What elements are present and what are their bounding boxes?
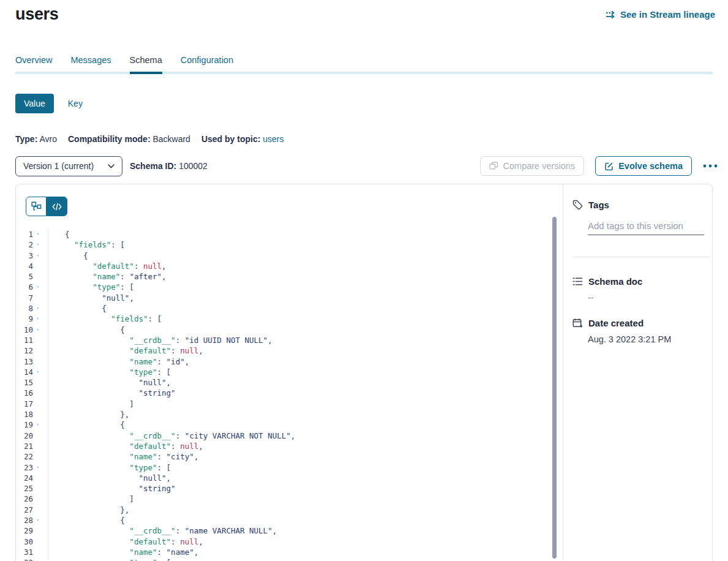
code-view-button[interactable] — [47, 197, 67, 216]
date-created-title: Date created — [588, 318, 644, 328]
line-number: 17 — [16, 399, 33, 409]
code-text: "__crdb__": "city VARCHAR NOT NULL", — [48, 431, 295, 441]
code-line: 2▾ "fields": [ — [16, 239, 563, 250]
code-text: { — [48, 420, 125, 430]
code-text: "null", — [48, 473, 171, 483]
code-line: 26 ] — [16, 494, 563, 504]
code-text: "name": "city", — [48, 451, 198, 462]
code-line: 30 "default": null, — [16, 537, 563, 547]
ellipsis-icon — [703, 164, 718, 168]
evolve-schema-label: Evolve schema — [618, 161, 683, 171]
line-number: 26 — [16, 494, 33, 504]
fold-spacer — [33, 377, 48, 388]
line-number: 10 — [16, 325, 33, 335]
line-number: 29 — [16, 525, 33, 536]
fold-toggle-icon[interactable]: ▾ — [33, 239, 48, 250]
line-number: 11 — [16, 335, 33, 345]
line-number: 24 — [16, 473, 33, 483]
line-number: 15 — [16, 377, 33, 388]
code-line: 6▾ "type": [ — [16, 282, 563, 292]
code-text: "type": [ — [48, 557, 171, 561]
version-select[interactable]: Version 1 (current) — [15, 156, 122, 176]
fold-toggle-icon[interactable]: ▾ — [33, 282, 48, 292]
more-options-button[interactable] — [703, 164, 718, 168]
code-text: ] — [48, 494, 134, 504]
code-text: }, — [48, 505, 129, 515]
schema-code-region: 1▾{2▾ "fields": [3▾ {4 "default": null,5… — [16, 184, 563, 561]
schema-view-toggle — [26, 197, 67, 216]
evolve-schema-button[interactable]: Evolve schema — [595, 156, 692, 176]
schema-panel: 1▾{2▾ "fields": [3▾ {4 "default": null,5… — [15, 184, 713, 561]
fold-spacer — [33, 399, 48, 409]
line-number: 22 — [16, 451, 33, 462]
schema-type: Type: Avro — [15, 134, 57, 144]
line-number: 23 — [16, 462, 33, 473]
fold-toggle-icon[interactable]: ▾ — [33, 515, 48, 525]
fold-toggle-icon[interactable]: ▾ — [33, 420, 48, 430]
add-tags-input[interactable] — [588, 220, 704, 235]
see-in-stream-lineage-link[interactable]: See in Stream lineage — [606, 9, 715, 20]
code-line: 8▾ { — [16, 303, 563, 314]
fold-toggle-icon[interactable]: ▾ — [33, 229, 48, 239]
code-editor[interactable]: 1▾{2▾ "fields": [3▾ {4 "default": null,5… — [16, 229, 563, 561]
value-tab-button[interactable]: Value — [15, 94, 54, 113]
fold-spacer — [33, 293, 48, 303]
fold-spacer — [33, 441, 48, 451]
code-text: "null", — [48, 377, 171, 388]
compare-versions-button[interactable]: Compare versions — [480, 156, 585, 176]
code-line: 28▾ { — [16, 515, 563, 525]
value-key-toggle: Value Key — [15, 94, 83, 113]
copy-icon — [489, 162, 498, 170]
code-line: 13 "name": "id", — [16, 356, 563, 367]
topic-link[interactable]: users — [263, 134, 283, 144]
code-line: 23▾ "type": [ — [16, 462, 563, 473]
fold-spacer — [33, 451, 48, 462]
double-arrow-right-icon — [606, 10, 616, 19]
tags-section: Tags — [572, 200, 704, 235]
page-title: users — [15, 5, 59, 24]
code-line: 12 "default": null, — [16, 345, 563, 356]
line-number: 1 — [16, 229, 33, 239]
code-line: 27 }, — [16, 505, 563, 515]
tab-messages[interactable]: Messages — [70, 54, 111, 66]
fold-toggle-icon[interactable]: ▾ — [33, 462, 48, 473]
key-tab-button[interactable]: Key — [68, 99, 83, 108]
fold-spacer — [33, 547, 48, 557]
tree-view-icon — [31, 201, 42, 212]
fold-toggle-icon[interactable]: ▾ — [33, 250, 48, 261]
fold-spacer — [33, 483, 48, 494]
tab-configuration[interactable]: Configuration — [181, 54, 233, 66]
fold-toggle-icon[interactable]: ▾ — [33, 303, 48, 314]
fold-toggle-icon[interactable]: ▾ — [33, 314, 48, 324]
fold-toggle-icon[interactable]: ▾ — [33, 367, 48, 377]
schema-sidebar: Tags Schema doc -- — [563, 184, 712, 561]
line-number: 27 — [16, 505, 33, 515]
code-line: 9▾ "fields": [ — [16, 314, 563, 324]
code-text: "default": null, — [48, 441, 203, 451]
line-number: 5 — [16, 271, 33, 282]
code-line: 19▾ { — [16, 420, 563, 430]
code-line: 16 "string" — [16, 388, 563, 398]
tab-overview[interactable]: Overview — [15, 54, 52, 66]
schema-doc-title: Schema doc — [588, 276, 642, 287]
fold-spacer — [33, 261, 48, 271]
fold-toggle-icon[interactable]: ▾ — [33, 325, 48, 335]
code-text: "fields": [ — [48, 239, 125, 250]
code-text: "default": null, — [48, 261, 167, 271]
fold-toggle-icon[interactable]: ▾ — [33, 557, 48, 561]
date-created-value: Aug. 3 2022 3:21 PM — [588, 334, 704, 344]
code-text: { — [48, 303, 107, 314]
code-text: "__crdb__": "name VARCHAR NULL", — [48, 525, 277, 536]
fold-spacer — [33, 356, 48, 367]
line-number: 19 — [16, 420, 33, 430]
tree-view-button[interactable] — [26, 197, 47, 216]
code-line: 14▾ "type": [ — [16, 367, 563, 377]
code-text: "__crdb__": "id UUID NOT NULL", — [48, 335, 272, 345]
tab-schema[interactable]: Schema — [130, 54, 162, 66]
code-text: "name": "name", — [48, 547, 198, 557]
line-number: 18 — [16, 409, 33, 420]
line-number: 4 — [16, 261, 33, 271]
edit-icon — [604, 162, 614, 171]
vertical-scrollbar[interactable] — [552, 217, 557, 559]
code-text: "name": "id", — [48, 356, 189, 367]
